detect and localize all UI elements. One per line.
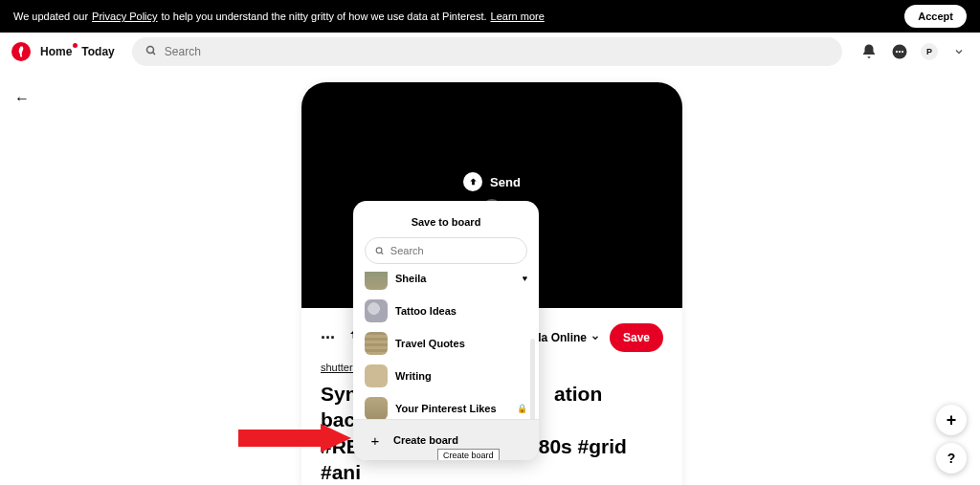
board-name: Your Pinterest Likes: [395, 403, 497, 414]
save-to-board-popup: Save to board Sheila ♥ Tattoo Ideas Trav…: [353, 201, 539, 460]
lock-icon: 🔒: [517, 404, 527, 413]
help-fab[interactable]: ?: [936, 443, 967, 474]
board-thumb: [365, 397, 388, 419]
chevron-down-icon[interactable]: [949, 42, 969, 61]
svg-point-6: [376, 247, 382, 253]
board-item[interactable]: Your Pinterest Likes 🔒: [353, 392, 539, 419]
privacy-policy-link[interactable]: Privacy Policy: [92, 11, 157, 22]
board-thumb: [365, 272, 388, 290]
nav-today[interactable]: Today: [81, 45, 114, 58]
add-fab[interactable]: +: [936, 405, 967, 435]
search-input[interactable]: [165, 45, 829, 58]
board-item[interactable]: Travel Quotes: [353, 327, 539, 360]
svg-point-3: [896, 51, 898, 53]
board-name: Travel Quotes: [395, 338, 465, 349]
annotation-arrow: [238, 424, 351, 452]
board-thumb: [365, 364, 388, 387]
popup-title: Save to board: [353, 201, 539, 237]
learn-more-link[interactable]: Learn more: [491, 11, 545, 22]
pinterest-logo-icon[interactable]: [11, 42, 31, 61]
nav-home[interactable]: Home: [40, 45, 72, 58]
popup-search[interactable]: [365, 237, 527, 264]
board-item[interactable]: Writing: [353, 360, 539, 392]
send-action[interactable]: Send: [463, 172, 521, 191]
svg-line-1: [152, 53, 155, 55]
plus-icon: +: [367, 431, 384, 449]
top-nav: Home Today P: [0, 33, 980, 71]
board-item[interactable]: Sheila ♥: [353, 272, 539, 295]
send-icon: [463, 172, 482, 191]
save-button[interactable]: Save: [610, 323, 663, 352]
avatar[interactable]: P: [921, 43, 938, 60]
chat-icon[interactable]: [890, 42, 909, 61]
svg-line-7: [381, 252, 383, 254]
tooltip: Create board: [437, 449, 500, 460]
board-name: Tattoo Ideas: [395, 305, 457, 317]
search-bar[interactable]: [132, 37, 842, 66]
svg-point-4: [899, 51, 901, 53]
board-name: Writing: [395, 370, 432, 382]
accept-button[interactable]: Accept: [904, 5, 967, 28]
scrollbar-track: [530, 339, 535, 419]
board-list: Sheila ♥ Tattoo Ideas Travel Quotes Writ…: [353, 272, 539, 419]
more-icon[interactable]: ···: [321, 328, 335, 348]
back-button[interactable]: ←: [14, 90, 30, 107]
privacy-banner: We updated our Privacy Policy to help yo…: [0, 0, 980, 33]
board-name: Sheila: [395, 273, 426, 284]
board-item[interactable]: Tattoo Ideas: [353, 295, 539, 327]
board-thumb: [365, 299, 388, 322]
svg-point-5: [902, 51, 903, 53]
search-icon: [145, 43, 157, 60]
board-thumb: [365, 332, 388, 355]
send-label: Send: [490, 175, 521, 189]
privacy-text-prefix: We updated our: [13, 11, 88, 22]
privacy-text-middle: to help you understand the nitty gritty …: [162, 11, 487, 22]
create-board-button[interactable]: + Create board Create board: [353, 419, 539, 460]
create-board-label: Create board: [393, 434, 458, 446]
popup-search-input[interactable]: [390, 245, 517, 256]
bell-icon[interactable]: [859, 42, 879, 61]
search-icon: [375, 246, 385, 256]
heart-icon: ♥: [523, 274, 527, 283]
svg-point-0: [146, 47, 153, 54]
